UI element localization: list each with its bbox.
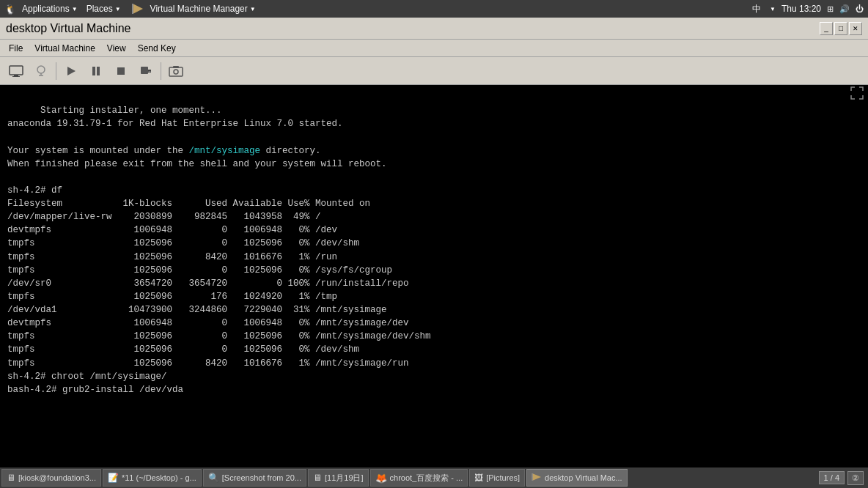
applications-label: Applications [22,4,70,14]
places-menu[interactable]: Places ▼ [84,4,124,14]
taskbar-item-pictures[interactable]: 🖼 [Pictures] [469,469,525,487]
terminal-line-9: tmpfs 1025096 0 1025096 0% /dev/shm [7,238,359,248]
terminal-line-15: devtmpfs 1006948 0 1006948 0% /mnt/sysim… [7,318,409,328]
taskbar-label-vm: desktop Virtual Mac... [545,473,622,482]
taskbar-label-browser: chroot_百度搜索 - ... [390,473,463,484]
taskbar-icon-date: 🖥 [313,473,322,483]
applications-arrow: ▼ [72,6,78,12]
maximize-button[interactable]: □ [834,22,847,35]
vm-logo [131,2,144,15]
vm-terminal[interactable]: Starting installer, one moment... anacon… [0,85,868,467]
minimize-button[interactable]: _ [820,22,833,35]
taskbar-label-pictures: [Pictures] [486,473,520,482]
menu-send-key[interactable]: Send Key [132,42,182,55]
taskbar-label-kiosk: [kiosk@foundation3... [18,473,96,482]
title-bar: desktop Virtual Machine _ □ ✕ [0,18,868,40]
toolbar-power-dropdown[interactable] [134,60,158,82]
taskbar-item-vm[interactable]: desktop Virtual Mac... [526,469,628,487]
terminal-line-7: /dev/mapper/live-rw 2030899 982845 10439… [7,212,321,222]
svg-rect-15 [169,67,183,76]
terminal-line-2: anaconda 19.31.79-1 for Red Hat Enterpri… [7,119,343,129]
terminal-line-6: Filesystem 1K-blocks Used Available Use%… [7,199,370,209]
svg-marker-8 [67,67,76,75]
svg-point-5 [37,66,45,73]
toolbar-pause-btn[interactable] [84,60,108,82]
terminal-line-4: When finished please exit from the shell… [7,159,387,169]
menu-bar: File Virtual Machine View Send Key [0,40,868,57]
window-icon: ⊞ [827,4,834,14]
close-button[interactable]: ✕ [849,22,862,35]
vm-manager-label: Virtual Machine Manager [150,4,248,14]
title-bar-controls: _ □ ✕ [820,22,862,35]
taskbar-item-kiosk[interactable]: 🖥 [kiosk@foundation3... [1,469,101,487]
taskbar-page: 1 / 4 ② [819,471,867,485]
menu-view[interactable]: View [101,42,132,55]
svg-rect-12 [141,67,148,74]
terminal-line-14: /dev/vda1 10473900 3244860 7229040 31% /… [7,305,387,315]
volume-icon: 🔊 [839,4,850,14]
app-icon: 🐧 [4,4,16,15]
svg-rect-10 [97,67,100,75]
taskbar: 🖥 [kiosk@foundation3... 📝 *11 (~/Desktop… [0,467,868,488]
svg-rect-3 [14,75,18,76]
toolbar-sep-1 [56,62,56,80]
taskbar-icon-kiosk: 🖥 [7,473,15,483]
terminal-line-12: /dev/sr0 3654720 3654720 0 100% /run/ins… [7,278,409,289]
toolbar-snapshot-btn[interactable] [164,60,188,82]
toolbar-play-btn[interactable] [59,60,83,82]
applications-menu[interactable]: Applications ▼ [19,4,81,14]
taskbar-item-browser[interactable]: 🦊 chroot_百度搜索 - ... [370,469,468,487]
input-method[interactable]: 中 [749,3,764,15]
terminal-line-5: sh-4.2# df [7,185,62,196]
taskbar-page-number: 1 / 4 [819,471,845,484]
terminal-line-8: devtmpfs 1006948 0 1006948 0% /dev [7,225,337,235]
terminal-line-16: tmpfs 1025096 0 1025096 0% /mnt/sysimage… [7,331,431,341]
terminal-line-17: tmpfs 1025096 0 1025096 0% /dev/shm [7,344,359,355]
input-method-arrow: ▼ [770,6,776,12]
menu-virtual-machine[interactable]: Virtual Machine [29,42,101,55]
taskbar-label-date: [11月19日] [325,473,364,484]
system-bar-left: 🐧 Applications ▼ Places ▼ Virtual Machin… [4,2,259,15]
vm-screen-area[interactable]: Starting installer, one moment... anacon… [0,85,868,467]
taskbar-icon-browser: 🦊 [375,473,387,484]
taskbar-item-screenshot[interactable]: 🔍 [Screenshot from 20... [203,469,306,487]
terminal-line-20: bash-4.2# grub2-install /dev/vda [7,385,183,395]
title-bar-title: desktop Virtual Machine [6,22,130,35]
svg-rect-17 [173,66,179,68]
terminal-line-1: Starting installer, one moment... [40,106,222,116]
system-bar-right: 中 ▼ Thu 13:20 ⊞ 🔊 ⏻ [749,3,864,15]
taskbar-label-screenshot: [Screenshot from 20... [222,473,301,482]
toolbar [0,57,868,85]
taskbar-icon-screenshot: 🔍 [208,473,219,483]
fullscreen-icon[interactable] [850,86,864,103]
svg-point-16 [174,70,178,74]
menu-file[interactable]: File [3,42,29,55]
power-icon: ⏻ [856,4,864,13]
taskbar-count-badge: ② [847,471,864,485]
taskbar-item-date[interactable]: 🖥 [11月19日] [308,469,369,487]
svg-rect-2 [10,66,23,75]
toolbar-screen-btn[interactable] [4,60,28,82]
svg-marker-18 [532,473,541,481]
toolbar-stop-btn[interactable] [109,60,133,82]
taskbar-icon-vm [532,473,542,484]
taskbar-item-editor[interactable]: 📝 *11 (~/Desktop) - g... [103,469,202,487]
places-arrow: ▼ [115,6,121,12]
places-label: Places [87,4,113,14]
svg-rect-11 [117,67,125,75]
toolbar-sep-2 [161,62,161,80]
taskbar-label-editor: *11 (~/Desktop) - g... [122,473,196,482]
vm-manager-arrow: ▼ [250,6,256,12]
system-bar: 🐧 Applications ▼ Places ▼ Virtual Machin… [0,0,868,18]
taskbar-icon-editor: 📝 [108,473,119,483]
terminal-line-19: sh-4.2# chroot /mnt/sysimage/ [7,371,167,382]
time-display: Thu 13:20 [781,4,821,14]
terminal-line-10: tmpfs 1025096 8420 1016676 1% /run [7,252,337,262]
toolbar-light-btn[interactable] [29,60,53,82]
terminal-line-3: Your system is mounted under the /mnt/sy… [7,146,321,156]
vm-manager-menu[interactable]: Virtual Machine Manager ▼ [147,4,259,14]
terminal-line-13: tmpfs 1025096 176 1024920 1% /tmp [7,292,337,302]
terminal-line-11: tmpfs 1025096 0 1025096 0% /sys/fs/cgrou… [7,265,392,276]
taskbar-icon-pictures: 🖼 [474,473,483,483]
terminal-line-18: tmpfs 1025096 8420 1016676 1% /mnt/sysim… [7,358,409,369]
